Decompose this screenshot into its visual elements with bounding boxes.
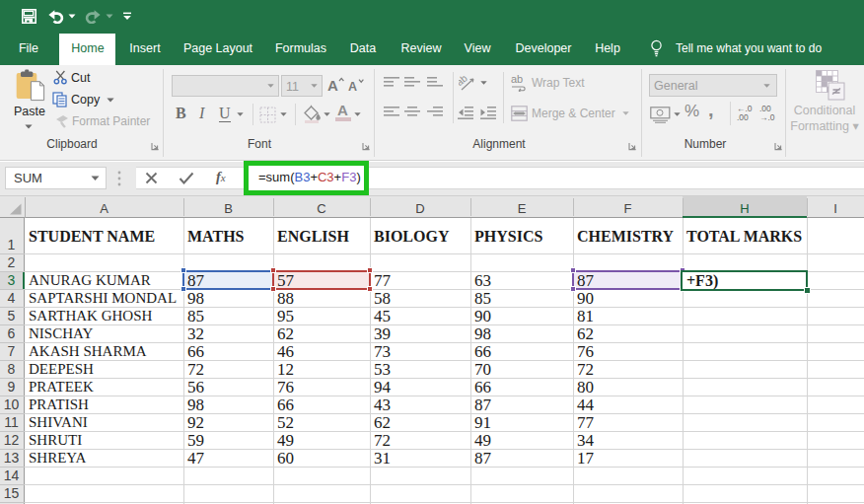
svg-text:A: A <box>348 80 357 93</box>
svg-text:ab: ab <box>511 74 523 85</box>
svg-text:A: A <box>327 77 338 93</box>
svg-text:ab: ab <box>459 75 469 88</box>
